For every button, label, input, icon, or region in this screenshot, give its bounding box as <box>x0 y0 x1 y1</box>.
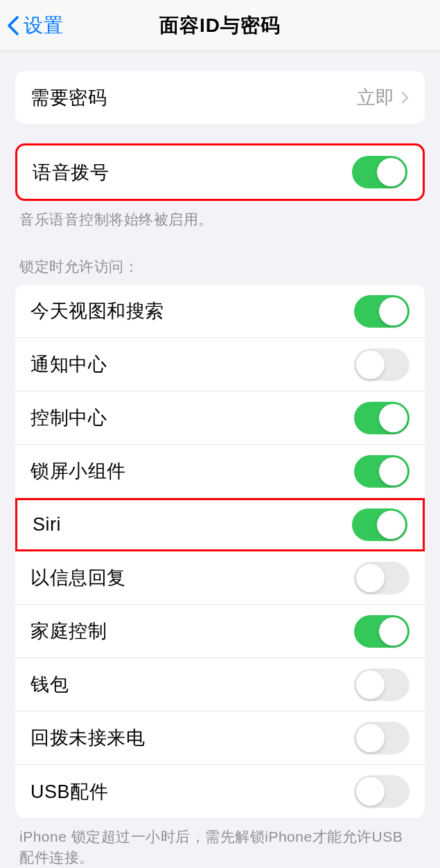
lock-item-cell: 通知中心 <box>15 338 425 391</box>
lock-item-label: 通知中心 <box>30 352 107 377</box>
back-label: 设置 <box>24 12 64 39</box>
lock-item-toggle[interactable] <box>354 295 410 328</box>
lock-item-label: USB配件 <box>30 779 108 804</box>
lock-item-toggle[interactable] <box>352 508 407 541</box>
lock-access-group: 今天视图和搜索通知中心控制中心锁屏小组件Siri以信息回复家庭控制钱包回拨未接来… <box>15 285 425 818</box>
lock-item-toggle[interactable] <box>354 615 410 648</box>
lock-item-label: 锁屏小组件 <box>30 459 126 484</box>
lock-item-label: 以信息回复 <box>30 565 126 590</box>
lock-item-label: 控制中心 <box>30 405 107 430</box>
lock-item-toggle[interactable] <box>354 775 410 808</box>
lock-item-toggle[interactable] <box>354 668 410 701</box>
lock-item-label: 今天视图和搜索 <box>30 299 164 324</box>
lock-item-toggle[interactable] <box>354 402 410 434</box>
lock-item-toggle[interactable] <box>354 722 410 754</box>
lock-item-toggle[interactable] <box>354 348 410 381</box>
voice-dial-label: 语音拨号 <box>33 160 109 185</box>
require-passcode-label: 需要密码 <box>30 85 107 110</box>
voice-dial-cell: 语音拨号 <box>17 145 423 199</box>
lock-item-cell: 钱包 <box>15 658 425 711</box>
voice-dial-footer: 音乐语音控制将始终被启用。 <box>15 201 425 229</box>
require-passcode-value: 立即 <box>357 85 394 110</box>
lock-item-cell: USB配件 <box>15 765 425 818</box>
lock-item-cell: Siri <box>15 498 425 551</box>
usb-footer: iPhone 锁定超过一小时后，需先解锁iPhone才能允许USB 配件连接。 <box>15 818 425 867</box>
lock-item-cell: 家庭控制 <box>15 605 425 658</box>
page-title: 面容ID与密码 <box>159 12 281 39</box>
lock-item-cell: 回拨未接来电 <box>15 711 425 765</box>
lock-item-cell: 锁屏小组件 <box>15 445 425 498</box>
lock-item-toggle[interactable] <box>354 562 410 594</box>
section-voice-dial: 语音拨号 音乐语音控制将始终被启用。 <box>15 143 425 229</box>
lock-item-cell: 控制中心 <box>15 391 425 445</box>
back-button[interactable]: 设置 <box>0 12 64 39</box>
lock-item-toggle[interactable] <box>354 455 410 488</box>
lock-item-label: 回拨未接来电 <box>30 725 145 750</box>
lock-item-label: 家庭控制 <box>30 619 107 644</box>
voice-dial-toggle[interactable] <box>352 156 407 188</box>
require-passcode-cell[interactable]: 需要密码 立即 <box>15 71 425 124</box>
chevron-left-icon <box>7 15 19 36</box>
lock-item-cell: 今天视图和搜索 <box>15 285 425 338</box>
lock-item-cell: 以信息回复 <box>15 551 425 605</box>
lock-access-caption: 锁定时允许访问： <box>15 257 425 285</box>
section-passcode: 需要密码 立即 <box>15 71 425 124</box>
chevron-right-icon <box>401 91 410 104</box>
lock-item-label: 钱包 <box>30 672 69 697</box>
lock-item-label: Siri <box>33 514 61 535</box>
nav-header: 设置 面容ID与密码 <box>0 0 440 51</box>
section-lock-access: 锁定时允许访问： 今天视图和搜索通知中心控制中心锁屏小组件Siri以信息回复家庭… <box>15 257 425 867</box>
